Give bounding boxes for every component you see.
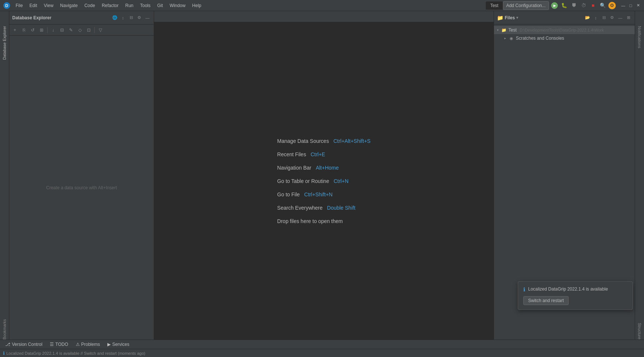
files-panel-header: 📁 Files ▾ 📂 ↕ ⊟ ⚙ — ⊞ (494, 11, 635, 24)
menu-edit[interactable]: Edit (26, 2, 40, 9)
bottom-tabs-bar: ⎇ Version Control ☰ TODO ⚠ Problems ▶ Se… (0, 340, 644, 349)
files-panel-title: 📁 Files ▾ (497, 15, 584, 21)
shortcut-key-2[interactable]: Alt+Home (316, 165, 339, 171)
tab-version-control[interactable]: ⎇ Version Control (3, 340, 45, 348)
files-tree-item-test[interactable]: ▾ 📁 Test D:\DevelopmentTools\DataGrip-20… (494, 26, 635, 34)
tab-problems-label: Problems (81, 342, 100, 347)
db-settings-icon[interactable]: ⚙ (136, 14, 143, 21)
db-arrow-down-icon[interactable]: ↓ (49, 26, 57, 34)
shortcut-navigation-bar: Navigation Bar Alt+Home (277, 165, 370, 171)
db-explorer-toolbar: + ⎘ ↺ ⊞ ↓ ⊟ ✎ ◇ ⊡ ▽ (9, 24, 154, 36)
shortcut-label-4: Go to File (277, 191, 300, 197)
services-icon: ▶ (107, 342, 111, 347)
db-globe-icon[interactable]: 🌐 (111, 14, 118, 21)
files-expand-all-icon[interactable]: ↕ (592, 14, 599, 21)
stop-button[interactable]: ■ (589, 1, 597, 10)
db-explorer-content: Create a data source with Alt+Insert (9, 36, 154, 340)
minimize-button[interactable]: — (620, 3, 626, 9)
add-configuration-button[interactable]: Add Configuration... (503, 1, 549, 10)
tab-problems[interactable]: ⚠ Problems (74, 340, 103, 348)
app-icon: D (3, 2, 10, 9)
tree-item-path-0: D:\DevelopmentTools\DataGrip-2022.1.4\Wo… (520, 28, 604, 32)
run-button[interactable]: ▶ (550, 1, 559, 10)
menu-code[interactable]: Code (81, 2, 98, 9)
settings-button[interactable]: ⚙ (608, 2, 616, 9)
tab-services[interactable]: ▶ Services (105, 340, 131, 348)
editor-tabs-bar (154, 11, 494, 22)
db-diamond-icon[interactable]: ◇ (76, 26, 84, 34)
files-tree-item-scratches[interactable]: ▸ ◉ Scratches and Consoles (494, 34, 635, 42)
shortcut-goto-table: Go to Table or Routine Ctrl+N (277, 178, 370, 184)
files-tree: ▾ 📁 Test D:\DevelopmentTools\DataGrip-20… (494, 24, 635, 44)
structure-sidebar-label[interactable]: Structure (637, 323, 642, 340)
db-edit-icon[interactable]: ✎ (67, 26, 75, 34)
notifications-sidebar-label[interactable]: Notifications (637, 26, 642, 48)
db-grid-icon[interactable]: ⊡ (85, 26, 93, 34)
shortcut-label-1: Recent Files (277, 151, 306, 157)
db-explorer-header: Database Explorer 🌐 ↕ ⊟ ⚙ — (9, 11, 154, 24)
bookmarks-sidebar-label[interactable]: Bookmarks (2, 319, 7, 340)
menu-navigate[interactable]: Navigate (57, 2, 81, 9)
maximize-button[interactable]: □ (628, 3, 634, 9)
files-dropdown-icon[interactable]: ▾ (516, 16, 518, 20)
tab-version-control-label: Version Control (12, 342, 42, 347)
menu-file[interactable]: File (13, 2, 26, 9)
add-config-label: Add Configuration... (506, 3, 546, 8)
files-collapse-icon[interactable]: ⊟ (601, 14, 607, 21)
menu-tools[interactable]: Tools (137, 2, 153, 9)
shortcut-key-3[interactable]: Ctrl+N (334, 178, 348, 184)
shortcut-key-5[interactable]: Double Shift (327, 205, 355, 211)
menu-git[interactable]: Git (154, 2, 166, 9)
status-text: Localized DataGrip 2022.1.4 is available… (6, 351, 145, 356)
shortcut-key-0[interactable]: Ctrl+Alt+Shift+S (334, 138, 371, 144)
menu-run[interactable]: Run (122, 2, 136, 9)
search-everywhere-button[interactable]: 🔍 (599, 1, 607, 10)
status-bar: ℹ Localized DataGrip 2022.1.4 is availab… (0, 349, 644, 357)
files-hide-icon[interactable]: ⊞ (625, 14, 632, 21)
debug-button[interactable]: 🐛 (560, 1, 568, 10)
db-filter2-icon[interactable]: ▽ (96, 26, 104, 34)
db-table-icon[interactable]: ⊟ (58, 26, 66, 34)
coverage-button[interactable]: ⛊ (570, 1, 578, 10)
shortcut-manage-data: Manage Data Sources Ctrl+Alt+Shift+S (277, 138, 370, 144)
active-tab[interactable]: Test (486, 1, 503, 10)
notification-popup: ℹ Localized DataGrip 2022.1.4 is availab… (518, 281, 633, 310)
shortcut-label-5: Search Everywhere (277, 205, 322, 211)
db-schema-icon[interactable]: ⊞ (38, 26, 46, 34)
profile-button[interactable]: ⏱ (579, 1, 588, 10)
db-add-icon[interactable]: + (11, 26, 19, 34)
shortcut-key-1[interactable]: Ctrl+E (310, 151, 325, 157)
files-title-label: Files (505, 15, 515, 20)
tab-todo[interactable]: ☰ TODO (48, 340, 70, 348)
menu-help[interactable]: Help (189, 2, 204, 9)
files-open-folder-icon[interactable]: 📂 (584, 14, 591, 21)
run-icon: ▶ (551, 2, 558, 9)
left-tool-strip: Database Explorer Bookmarks (0, 11, 9, 340)
menu-view[interactable]: View (41, 2, 56, 9)
tab-todo-label: TODO (55, 342, 68, 347)
tree-item-label-0: Test (508, 27, 517, 33)
db-copy-icon[interactable]: ⎘ (20, 26, 28, 34)
switch-and-restart-button[interactable]: Switch and restart (523, 296, 569, 305)
db-explorer-header-icons: 🌐 ↕ ⊟ ⚙ — (111, 14, 151, 21)
menu-window[interactable]: Window (167, 2, 189, 9)
db-refresh-icon[interactable]: ↺ (29, 26, 37, 34)
problems-icon: ⚠ (76, 342, 80, 347)
db-close-icon[interactable]: — (144, 14, 151, 21)
database-explorer-sidebar-label[interactable]: Database Explorer (2, 26, 7, 60)
tree-expand-icon: ▾ (497, 28, 499, 32)
notif-header: ℹ Localized DataGrip 2022.1.4 is availab… (523, 286, 627, 292)
status-info-icon: ℹ (3, 351, 5, 356)
folder-icon: 📁 (501, 27, 507, 33)
shortcut-label-6: Drop files here to open them (277, 218, 343, 224)
files-settings-icon[interactable]: ⚙ (609, 14, 615, 21)
tab-services-label: Services (112, 342, 129, 347)
db-sort-icon[interactable]: ↕ (120, 14, 126, 21)
shortcut-key-4[interactable]: Ctrl+Shift+N (304, 191, 332, 197)
close-button[interactable]: ✕ (635, 3, 641, 9)
db-filter-icon[interactable]: ⊟ (128, 14, 134, 21)
menu-bar: File Edit View Navigate Code Refactor Ru… (13, 2, 486, 9)
files-minimize-icon[interactable]: — (617, 14, 624, 21)
db-explorer-title: Database Explorer (12, 15, 111, 20)
menu-refactor[interactable]: Refactor (99, 2, 121, 9)
